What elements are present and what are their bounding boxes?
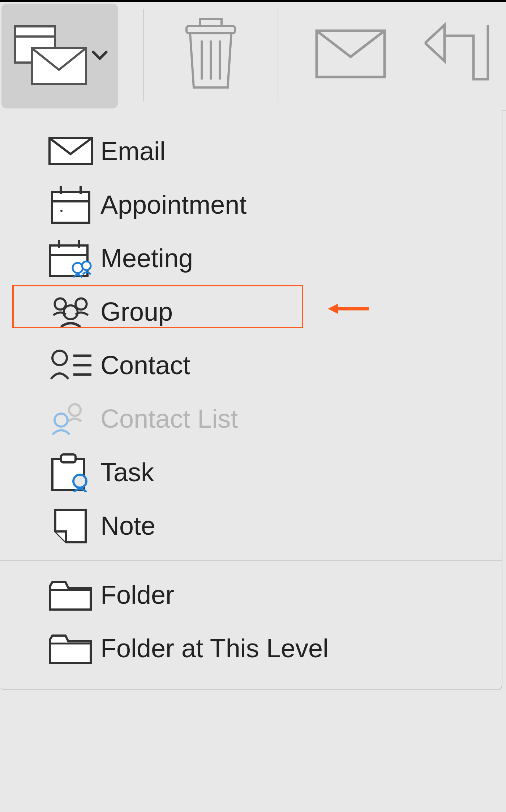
trash-icon [180, 16, 241, 93]
menu-item-label: Folder at This Level [100, 633, 329, 663]
toolbar-separator [143, 9, 144, 101]
group-icon [47, 294, 94, 330]
svg-point-29 [69, 404, 81, 416]
new-item-dropdown-button[interactable] [1, 4, 118, 108]
menu-item-appointment[interactable]: Appointment [0, 178, 502, 231]
chevron-down-icon [92, 50, 108, 62]
menu-item-note[interactable]: Note [0, 499, 502, 552]
menu-item-label: Folder [100, 580, 174, 610]
svg-point-30 [55, 414, 68, 427]
menu-item-label: Task [100, 457, 154, 487]
folder-level-icon [47, 630, 94, 666]
envelope-icon [314, 29, 387, 81]
menu-item-meeting[interactable]: Meeting [0, 231, 502, 285]
app-window: Email Appointment [0, 0, 506, 812]
annotation-arrow [327, 302, 370, 317]
menu-item-email[interactable]: Email [0, 124, 502, 178]
email-icon [47, 133, 94, 169]
delete-button[interactable] [169, 2, 252, 107]
svg-rect-4 [186, 26, 235, 33]
note-icon [47, 508, 94, 544]
toolbar-separator [278, 9, 278, 101]
svg-point-14 [60, 210, 63, 212]
menu-item-label: Email [100, 136, 166, 166]
toolbar [0, 2, 506, 111]
meeting-icon [47, 240, 94, 276]
svg-point-24 [64, 305, 78, 320]
menu-item-label: Appointment [100, 190, 246, 219]
svg-point-25 [52, 351, 67, 365]
folder-icon [47, 577, 94, 613]
svg-rect-32 [61, 454, 76, 462]
menu-item-contact-list: Contact List [0, 392, 502, 445]
menu-item-label: Group [100, 297, 173, 326]
new-item-dropdown-menu: Email Appointment [0, 110, 502, 690]
contact-list-icon [47, 401, 94, 437]
svg-rect-10 [52, 192, 89, 223]
menu-item-folder-at-this-level[interactable]: Folder at This Level [0, 621, 502, 675]
menu-item-task[interactable]: Task [0, 445, 502, 499]
menu-item-label: Contact List [100, 404, 238, 433]
menu-item-group[interactable]: Group [0, 285, 502, 338]
new-item-icon [12, 23, 87, 89]
mail-button[interactable] [304, 2, 398, 107]
menu-item-folder[interactable]: Folder [0, 568, 502, 621]
svg-point-33 [73, 475, 86, 488]
task-icon [47, 454, 94, 490]
svg-point-19 [73, 263, 83, 273]
menu-item-label: Contact [100, 350, 190, 380]
appointment-icon [47, 187, 94, 223]
menu-item-label: Meeting [100, 243, 193, 273]
reply-button[interactable] [412, 2, 506, 107]
reply-icon [423, 21, 495, 88]
svg-point-20 [82, 261, 91, 270]
menu-item-label: Note [100, 511, 155, 540]
menu-divider [0, 560, 502, 561]
menu-item-contact[interactable]: Contact [0, 338, 502, 392]
contact-icon [47, 347, 94, 383]
